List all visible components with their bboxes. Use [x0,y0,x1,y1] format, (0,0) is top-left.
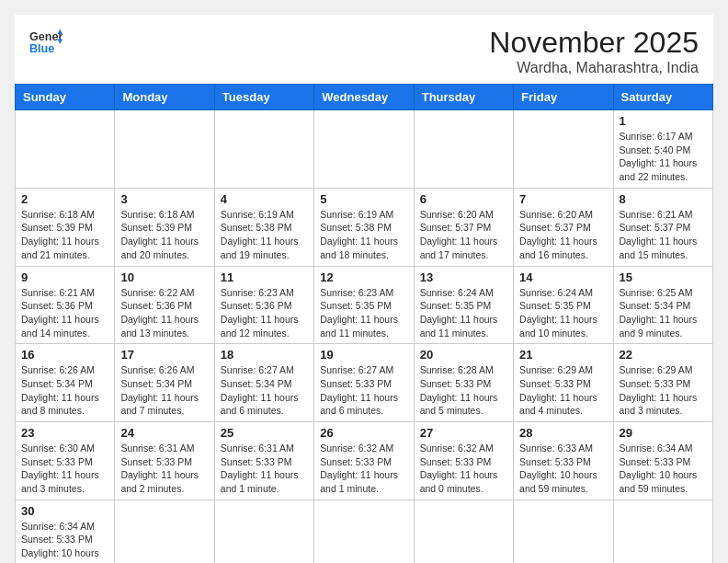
day-number: 2 [21,192,108,206]
day-number: 6 [420,192,507,206]
calendar-cell: 18Sunrise: 6:27 AM Sunset: 5:34 PM Dayli… [214,344,313,422]
calendar-cell: 5Sunrise: 6:19 AM Sunset: 5:38 PM Daylig… [314,188,414,266]
calendar-cell: 13Sunrise: 6:24 AM Sunset: 5:35 PM Dayli… [414,266,513,344]
day-number: 15 [620,270,707,284]
day-number: 1 [620,114,707,128]
weekday-header-tuesday: Tuesday [214,85,313,110]
calendar-cell [514,500,613,563]
calendar-cell: 2Sunrise: 6:18 AM Sunset: 5:39 PM Daylig… [16,188,115,266]
calendar-cell [214,500,313,563]
calendar-title: November 2025 [489,26,699,60]
day-info: Sunrise: 6:26 AM Sunset: 5:34 PM Dayligh… [120,363,208,418]
calendar-cell: 16Sunrise: 6:26 AM Sunset: 5:34 PM Dayli… [16,344,115,422]
day-info: Sunrise: 6:18 AM Sunset: 5:39 PM Dayligh… [21,208,108,262]
calendar-cell: 26Sunrise: 6:32 AM Sunset: 5:33 PM Dayli… [314,422,414,500]
day-info: Sunrise: 6:23 AM Sunset: 5:36 PM Dayligh… [221,286,308,340]
day-number: 22 [620,348,707,362]
day-info: Sunrise: 6:21 AM Sunset: 5:36 PM Dayligh… [21,286,108,340]
day-number: 5 [320,192,407,206]
calendar-row: 23Sunrise: 6:30 AM Sunset: 5:33 PM Dayli… [16,422,713,500]
day-info: Sunrise: 6:27 AM Sunset: 5:34 PM Dayligh… [221,363,308,418]
calendar-row: 2Sunrise: 6:18 AM Sunset: 5:39 PM Daylig… [16,188,713,266]
calendar-row: 16Sunrise: 6:26 AM Sunset: 5:34 PM Dayli… [16,344,713,422]
day-number: 26 [320,426,407,440]
day-info: Sunrise: 6:32 AM Sunset: 5:33 PM Dayligh… [320,442,407,496]
calendar-cell: 17Sunrise: 6:26 AM Sunset: 5:34 PM Dayli… [115,344,214,422]
day-number: 3 [120,192,208,206]
calendar-cell: 15Sunrise: 6:25 AM Sunset: 5:34 PM Dayli… [613,266,712,344]
calendar-cell: 30Sunrise: 6:34 AM Sunset: 5:33 PM Dayli… [16,500,115,563]
calendar-cell: 23Sunrise: 6:30 AM Sunset: 5:33 PM Dayli… [16,422,115,500]
day-number: 18 [221,348,308,362]
calendar-page: General Blue November 2025 Wardha, Mahar… [15,15,713,563]
day-info: Sunrise: 6:31 AM Sunset: 5:33 PM Dayligh… [120,442,208,496]
day-number: 24 [120,426,208,440]
day-info: Sunrise: 6:30 AM Sunset: 5:33 PM Dayligh… [21,442,108,496]
day-number: 17 [120,348,208,362]
day-number: 16 [21,348,108,362]
calendar-cell [414,500,513,563]
calendar-cell [314,110,414,189]
calendar-cell [115,500,214,563]
day-number: 19 [320,348,407,362]
day-info: Sunrise: 6:32 AM Sunset: 5:33 PM Dayligh… [420,442,507,496]
calendar-cell: 27Sunrise: 6:32 AM Sunset: 5:33 PM Dayli… [414,422,513,500]
day-number: 23 [21,426,108,440]
calendar-cell: 11Sunrise: 6:23 AM Sunset: 5:36 PM Dayli… [214,266,313,344]
title-area: November 2025 Wardha, Maharashtra, India [489,26,699,76]
day-info: Sunrise: 6:20 AM Sunset: 5:37 PM Dayligh… [420,208,507,262]
weekday-header-thursday: Thursday [414,85,513,110]
calendar-cell: 20Sunrise: 6:28 AM Sunset: 5:33 PM Dayli… [414,344,513,422]
day-number: 10 [120,270,208,284]
day-info: Sunrise: 6:22 AM Sunset: 5:36 PM Dayligh… [120,286,208,340]
weekday-header-saturday: Saturday [613,85,712,110]
calendar-cell [16,110,115,189]
calendar-cell: 25Sunrise: 6:31 AM Sunset: 5:33 PM Dayli… [214,422,313,500]
day-info: Sunrise: 6:24 AM Sunset: 5:35 PM Dayligh… [519,286,607,340]
day-number: 28 [519,426,607,440]
day-info: Sunrise: 6:25 AM Sunset: 5:34 PM Dayligh… [620,286,707,340]
day-number: 4 [221,192,308,206]
calendar-cell: 29Sunrise: 6:34 AM Sunset: 5:33 PM Dayli… [613,422,712,500]
calendar-cell: 21Sunrise: 6:29 AM Sunset: 5:33 PM Dayli… [514,344,613,422]
calendar-row: 9Sunrise: 6:21 AM Sunset: 5:36 PM Daylig… [16,266,713,344]
day-info: Sunrise: 6:29 AM Sunset: 5:33 PM Dayligh… [519,363,607,418]
svg-text:Blue: Blue [29,42,54,55]
day-info: Sunrise: 6:34 AM Sunset: 5:33 PM Dayligh… [21,520,108,563]
day-info: Sunrise: 6:34 AM Sunset: 5:33 PM Dayligh… [620,442,707,496]
calendar-cell: 1Sunrise: 6:17 AM Sunset: 5:40 PM Daylig… [613,110,712,189]
calendar-cell: 6Sunrise: 6:20 AM Sunset: 5:37 PM Daylig… [414,188,513,266]
day-info: Sunrise: 6:17 AM Sunset: 5:40 PM Dayligh… [620,130,707,184]
day-info: Sunrise: 6:20 AM Sunset: 5:37 PM Dayligh… [519,208,607,262]
day-number: 9 [21,270,108,284]
day-info: Sunrise: 6:24 AM Sunset: 5:35 PM Dayligh… [420,286,507,340]
weekday-header-sunday: Sunday [16,85,115,110]
calendar-cell: 3Sunrise: 6:18 AM Sunset: 5:39 PM Daylig… [115,188,214,266]
day-number: 8 [620,192,707,206]
calendar-cell [115,110,214,189]
weekday-header-wednesday: Wednesday [314,85,414,110]
calendar-cell [514,110,613,189]
calendar-cell: 9Sunrise: 6:21 AM Sunset: 5:36 PM Daylig… [16,266,115,344]
calendar-cell: 8Sunrise: 6:21 AM Sunset: 5:37 PM Daylig… [613,188,712,266]
day-info: Sunrise: 6:28 AM Sunset: 5:33 PM Dayligh… [420,363,507,418]
calendar-subtitle: Wardha, Maharashtra, India [489,60,699,76]
calendar-cell: 19Sunrise: 6:27 AM Sunset: 5:33 PM Dayli… [314,344,414,422]
day-info: Sunrise: 6:29 AM Sunset: 5:33 PM Dayligh… [620,363,707,418]
calendar-cell: 7Sunrise: 6:20 AM Sunset: 5:37 PM Daylig… [514,188,613,266]
day-number: 29 [620,426,707,440]
logo: General Blue [29,26,63,59]
day-info: Sunrise: 6:27 AM Sunset: 5:33 PM Dayligh… [320,363,407,418]
day-info: Sunrise: 6:19 AM Sunset: 5:38 PM Dayligh… [320,208,407,262]
calendar-cell [613,500,712,563]
calendar-cell [214,110,313,189]
day-info: Sunrise: 6:18 AM Sunset: 5:39 PM Dayligh… [120,208,208,262]
day-info: Sunrise: 6:33 AM Sunset: 5:33 PM Dayligh… [519,442,607,496]
header: General Blue November 2025 Wardha, Mahar… [15,15,713,84]
calendar-cell [314,500,414,563]
day-info: Sunrise: 6:19 AM Sunset: 5:38 PM Dayligh… [221,208,308,262]
calendar-cell: 12Sunrise: 6:23 AM Sunset: 5:35 PM Dayli… [314,266,414,344]
logo-icon: General Blue [29,26,63,59]
day-info: Sunrise: 6:31 AM Sunset: 5:33 PM Dayligh… [221,442,308,496]
day-number: 21 [519,348,607,362]
